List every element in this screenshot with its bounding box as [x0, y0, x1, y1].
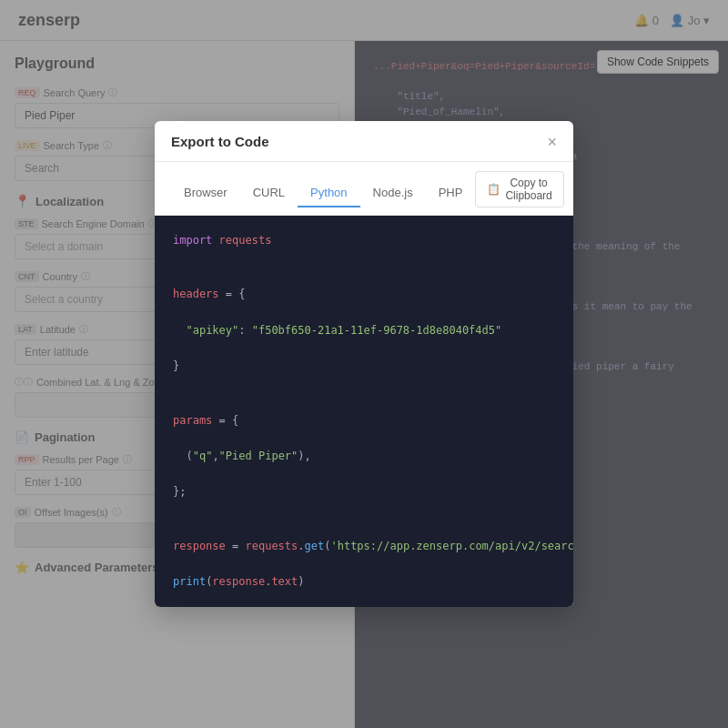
- modal-tabs: Browser CURL Python Node.js PHP 📋 Copy t…: [155, 162, 573, 216]
- copy-to-clipboard-button[interactable]: 📋 Copy to Clipboard: [475, 171, 563, 207]
- tab-php[interactable]: PHP: [426, 179, 476, 207]
- code-content: import requests headers = { "apikey": "f…: [173, 232, 555, 592]
- modal-close-button[interactable]: ×: [547, 134, 557, 150]
- tab-curl[interactable]: CURL: [240, 179, 298, 207]
- tab-nodejs[interactable]: Node.js: [360, 179, 426, 207]
- export-to-code-modal: Export to Code × Browser CURL Python Nod…: [155, 121, 573, 608]
- modal-overlay: Export to Code × Browser CURL Python Nod…: [0, 0, 728, 728]
- clipboard-icon: 📋: [487, 183, 500, 196]
- tab-browser[interactable]: Browser: [171, 179, 240, 207]
- tab-python[interactable]: Python: [298, 179, 359, 207]
- modal-title: Export to Code: [171, 134, 269, 149]
- code-block: import requests headers = { "apikey": "f…: [155, 216, 573, 608]
- modal-header: Export to Code ×: [155, 121, 573, 162]
